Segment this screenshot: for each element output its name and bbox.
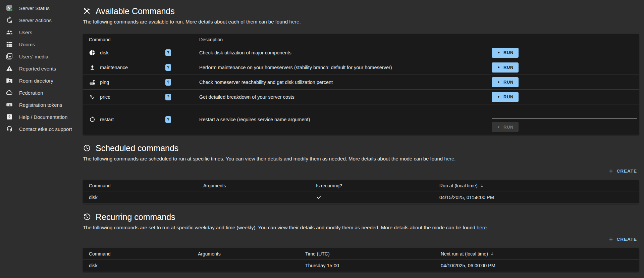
help-badge[interactable]: ? — [165, 79, 171, 86]
sidebar-item-help-documentation[interactable]: ? Help / Documentation — [0, 111, 80, 123]
play-icon — [497, 80, 500, 84]
command-row-maintenance: maintenance ? Perform maintenance on you… — [83, 60, 639, 75]
help-badge[interactable]: ? — [165, 94, 171, 100]
command-name: price — [100, 94, 110, 100]
token-icon — [5, 101, 13, 109]
command-row-disk: disk ? Check disk utilization of major c… — [83, 45, 639, 60]
available-docs-link[interactable]: here — [289, 19, 299, 25]
recurring-docs-link[interactable]: here — [477, 225, 487, 230]
tools-icon — [83, 7, 91, 15]
history-gear-icon — [5, 16, 13, 24]
scheduled-commands-table: Command Arguments Is recurring? Run at (… — [83, 180, 639, 204]
run-disk-button[interactable]: RUN — [492, 48, 519, 58]
folder-person-icon — [5, 77, 13, 85]
create-recurring-button[interactable]: CREATE — [606, 235, 639, 243]
users-icon — [5, 28, 13, 36]
recurring-row-disk[interactable]: disk Thursday 15:00 04/10/2025, 06:00:00… — [83, 260, 639, 272]
help-badge[interactable]: ? — [165, 116, 171, 123]
command-description: Perform maintenance on your homeservers … — [199, 65, 492, 70]
scheduled-docs-link[interactable]: here — [444, 156, 454, 161]
command-name: ping — [100, 80, 109, 85]
sidebar-item-users-media[interactable]: Users' media — [0, 50, 80, 62]
recurring-next-run-at: 04/10/2025, 06:00:00 PM — [435, 263, 639, 268]
column-header-arguments: Arguments — [197, 183, 310, 188]
help-badge[interactable]: ? — [165, 49, 171, 56]
router-icon — [89, 79, 96, 86]
sidebar-item-label: Help / Documentation — [19, 114, 67, 120]
sidebar-item-contact-support[interactable]: Contact etke.cc support — [0, 123, 80, 135]
sidebar-item-rooms[interactable]: Rooms — [0, 38, 80, 50]
column-header-command: Command — [83, 37, 199, 42]
command-description: Restart a service (requires service name… — [199, 117, 492, 122]
plus-icon — [608, 168, 614, 174]
available-commands-title: Available Commands — [83, 6, 639, 16]
sidebar-item-label: Users' media — [19, 54, 48, 59]
column-header-command: Command — [83, 183, 197, 188]
command-row-price: $ price ? Get detailed breakdown of your… — [83, 90, 639, 104]
recurring-commands-table: Command Arguments Time (UTC) Next run at… — [83, 248, 639, 272]
sidebar-item-label: Room directory — [19, 78, 53, 84]
recurring-commands-subtitle: The following commands are set to run at… — [83, 224, 639, 231]
history-icon — [83, 213, 91, 221]
svg-text:$: $ — [90, 94, 92, 98]
support-headset-icon — [5, 125, 13, 133]
sidebar-item-federation[interactable]: Federation — [0, 87, 80, 99]
recurring-commands-title: Recurring commands — [83, 212, 639, 222]
main-content: Available Commands The following command… — [83, 0, 639, 272]
sidebar-item-users[interactable]: Users — [0, 26, 80, 38]
available-table-header: Command Description — [83, 34, 639, 45]
column-header-time-utc: Time (UTC) — [299, 251, 435, 257]
column-header-is-recurring: Is recurring? — [310, 183, 433, 188]
play-icon — [497, 95, 500, 99]
scheduled-row-disk[interactable]: disk 04/15/2025, 01:58:00 PM — [83, 191, 639, 204]
cloud-icon — [5, 89, 13, 97]
restart-argument-input[interactable] — [492, 108, 637, 119]
column-header-command: Command — [83, 251, 192, 257]
command-row-restart: restart ? Restart a service (requires se… — [83, 104, 639, 135]
available-commands-table: Command Description disk ? Check disk ut… — [83, 34, 639, 135]
recurring-command: disk — [83, 263, 192, 268]
scheduled-command: disk — [83, 195, 197, 200]
help-badge[interactable]: ? — [165, 64, 171, 71]
scheduled-commands-subtitle: The following commands are scheduled to … — [83, 155, 639, 162]
create-scheduled-button[interactable]: CREATE — [606, 167, 639, 175]
sidebar-item-label: Federation — [19, 90, 43, 96]
sidebar-item-label: Contact etke.cc support — [19, 126, 72, 132]
sidebar-item-label: Rooms — [19, 42, 35, 47]
scheduled-run-at: 04/15/2025, 01:58:00 PM — [433, 195, 639, 200]
command-name: maintenance — [100, 65, 128, 70]
recurring-time-utc: Thursday 15:00 — [299, 263, 435, 268]
run-ping-button[interactable]: RUN — [492, 77, 519, 87]
clock-icon — [83, 144, 91, 152]
sidebar-item-server-actions[interactable]: Server Actions — [0, 14, 80, 26]
available-commands-subtitle: The following commands are available to … — [83, 18, 639, 25]
plus-icon — [608, 236, 614, 242]
sidebar-item-room-directory[interactable]: Room directory — [0, 75, 80, 87]
run-restart-button-disabled[interactable]: RUN — [492, 122, 519, 132]
sidebar: Server Status Server Actions Users Rooms… — [0, 0, 80, 135]
sidebar-item-label: Users — [19, 30, 32, 35]
column-header-next-run-sortable[interactable]: Next run at (local time) — [441, 251, 639, 257]
command-description: Check homeserver reachability and get di… — [199, 80, 492, 85]
sidebar-item-server-status[interactable]: Server Status — [0, 2, 80, 14]
sidebar-item-label: Registration tokens — [19, 102, 62, 108]
command-description: Check disk utilization of major componen… — [199, 50, 492, 55]
column-header-arguments: Arguments — [192, 251, 299, 257]
run-maintenance-button[interactable]: RUN — [492, 62, 519, 73]
command-description: Get detailed breakdown of your server co… — [199, 94, 492, 100]
sidebar-item-registration-tokens[interactable]: Registration tokens — [0, 99, 80, 111]
command-name: disk — [100, 50, 109, 55]
column-header-run-at-sortable[interactable]: Run at (local time) — [439, 183, 639, 188]
sidebar-item-label: Reported events — [19, 66, 56, 72]
run-price-button[interactable]: RUN — [492, 92, 519, 102]
list-icon — [5, 40, 13, 48]
play-icon — [497, 65, 500, 69]
restart-icon — [89, 116, 96, 123]
sidebar-item-label: Server Actions — [19, 17, 52, 23]
scheduled-table-header: Command Arguments Is recurring? Run at (… — [83, 180, 639, 191]
checkmark-icon — [316, 194, 322, 200]
command-name: restart — [100, 117, 114, 122]
warning-icon — [5, 64, 13, 73]
sidebar-item-reported-events[interactable]: Reported events — [0, 62, 80, 75]
sidebar-item-label: Server Status — [19, 5, 50, 11]
